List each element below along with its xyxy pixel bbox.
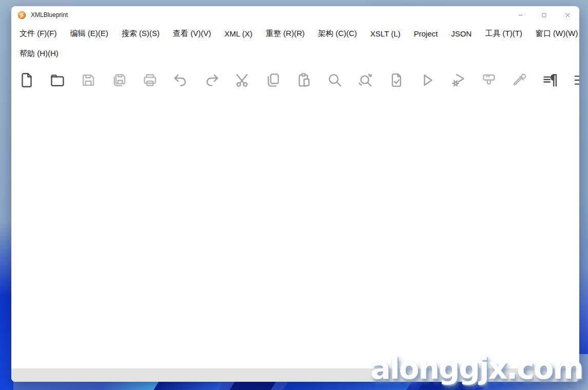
- paint-brush-icon: [480, 71, 498, 89]
- validate-button[interactable]: [387, 71, 406, 89]
- toolbar: [11, 64, 579, 97]
- menu-view[interactable]: 查看 (V)(V): [166, 29, 218, 39]
- new-document-icon: [18, 71, 35, 89]
- menu-tools[interactable]: 工具 (T)(T): [478, 29, 528, 39]
- menu-xslt[interactable]: XSLT (L): [364, 29, 407, 38]
- color-picker-button[interactable]: [510, 71, 529, 89]
- find-button[interactable]: [326, 71, 344, 89]
- cut-button[interactable]: [233, 71, 252, 89]
- xmlblueprint-logo-icon: [17, 11, 26, 20]
- app-window: XMLBlueprint 文件 (F)(F)编辑 (E)(E)搜索 (S)(S)…: [11, 6, 579, 382]
- title-bar[interactable]: XMLBlueprint: [11, 6, 579, 24]
- find-replace-button[interactable]: [356, 71, 375, 89]
- copy-icon: [264, 71, 282, 89]
- minimize-icon: [517, 12, 524, 18]
- menu-schema[interactable]: 架构 (C)(C): [311, 29, 364, 39]
- validate-document-icon: [388, 71, 405, 89]
- search-replace-icon: [357, 71, 374, 89]
- redo-icon: [203, 71, 220, 89]
- search-icon: [326, 71, 344, 89]
- maximize-icon: [541, 12, 547, 18]
- open-folder-icon: [49, 71, 66, 89]
- run-button[interactable]: [418, 71, 437, 89]
- undo-icon: [172, 71, 189, 89]
- indent-button[interactable]: [572, 71, 579, 89]
- menu-window[interactable]: 窗口 (W)(W): [529, 29, 579, 39]
- menu-xml[interactable]: XML (X): [218, 29, 259, 38]
- menu-search[interactable]: 搜索 (S)(S): [115, 29, 166, 39]
- indent-lines-icon: [573, 71, 579, 89]
- maximize-button[interactable]: [532, 6, 556, 24]
- window-controls: [508, 6, 579, 24]
- paste-icon: [295, 71, 313, 89]
- menu-edit[interactable]: 编辑 (E)(E): [63, 29, 115, 39]
- format-pilcrow-icon: [542, 71, 559, 89]
- menu-file[interactable]: 文件 (F)(F): [13, 29, 63, 39]
- print-icon: [141, 71, 159, 89]
- close-button[interactable]: [556, 6, 579, 24]
- format-brush-button[interactable]: [480, 71, 498, 89]
- window-title: XMLBlueprint: [31, 11, 68, 18]
- cut-icon: [234, 71, 251, 89]
- save-icon: [80, 71, 97, 89]
- menu-project[interactable]: Project: [407, 29, 445, 38]
- editor-empty-area[interactable]: [11, 97, 579, 368]
- save-all-button[interactable]: [110, 71, 128, 89]
- open-file-button[interactable]: [48, 71, 67, 89]
- menu-row-2: 帮助 (H)(H): [13, 44, 579, 64]
- new-document-button[interactable]: [17, 71, 36, 89]
- eyedropper-icon: [511, 71, 528, 89]
- save-button[interactable]: [79, 71, 98, 89]
- menu-row-1: 文件 (F)(F)编辑 (E)(E)搜索 (S)(S)查看 (V)(V)XML …: [13, 24, 579, 44]
- watermark-text: alonggjx.com: [371, 351, 583, 386]
- paste-button[interactable]: [295, 71, 313, 89]
- copy-button[interactable]: [264, 71, 282, 89]
- menu-reformat[interactable]: 重整 (R)(R): [259, 29, 311, 39]
- run-settings-icon: [449, 71, 467, 89]
- menu-json[interactable]: JSON: [444, 29, 478, 38]
- menu-bar: 文件 (F)(F)编辑 (E)(E)搜索 (S)(S)查看 (V)(V)XML …: [11, 24, 579, 64]
- save-all-icon: [110, 71, 128, 89]
- minimize-button[interactable]: [508, 6, 532, 24]
- undo-button[interactable]: [172, 71, 190, 89]
- print-button[interactable]: [141, 71, 159, 89]
- pretty-print-button[interactable]: [541, 71, 560, 89]
- run-icon: [419, 71, 436, 89]
- run-config-button[interactable]: [449, 71, 467, 89]
- menu-help[interactable]: 帮助 (H)(H): [13, 49, 65, 59]
- close-icon: [564, 12, 571, 18]
- redo-button[interactable]: [202, 71, 221, 89]
